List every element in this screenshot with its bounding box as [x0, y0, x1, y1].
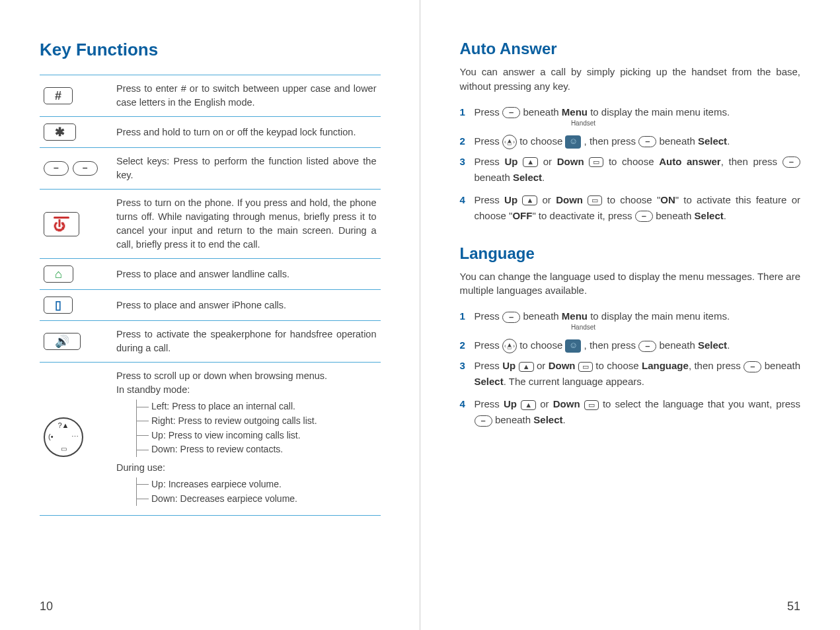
tree-item: Right: Press to review outgoing calls li… [137, 414, 377, 429]
power-key-icon: ⏻ [44, 212, 79, 236]
up-key-icon: ▲ [519, 362, 534, 372]
key-functions-table: # Press to enter # or to switch between … [40, 75, 381, 516]
hash-key-icon: # [44, 87, 73, 104]
down-key-icon: ▭ [589, 157, 603, 167]
step-item: Press ▲▭‹› to choose , then press – bene… [460, 337, 801, 353]
step-item: Press ▲▭‹› to choose , then press – bene… [460, 133, 801, 149]
speaker-key-icon: 🔊 [44, 333, 81, 350]
down-key-icon: ▭ [578, 362, 593, 372]
step-item: Press Up ▲ or Down ▭ to choose Auto answ… [460, 154, 801, 186]
softkey-icon: – [635, 211, 653, 222]
softkey-icon: – [475, 415, 492, 427]
table-row: ▯ Press to place and answer iPhone calls… [40, 290, 381, 321]
step-item: Press Up ▲ or Down ▭ to choose "ON" to a… [460, 192, 801, 224]
handset-caption: Handset [567, 322, 600, 333]
iphone-key-icon: ▯ [44, 297, 73, 314]
auto-answer-steps: Press – beneath Menu to display the main… [460, 104, 801, 224]
table-row: ?▲ ▭ (• ⋯ Press to scroll up or down whe… [40, 363, 381, 516]
page-number-left: 10 [40, 600, 53, 613]
key-desc: Press to activate the speakerphone for h… [112, 321, 381, 363]
key-desc: Press to place and answer iPhone calls. [112, 290, 381, 321]
handset-caption: Handset [567, 118, 600, 129]
nav-key-icon: ▲▭‹› [502, 339, 517, 353]
down-key-icon: ▭ [584, 400, 599, 410]
use-mode-label: During use: [116, 461, 377, 475]
auto-answer-intro: You can answer a call by simply picking … [460, 65, 801, 94]
language-intro: You can change the language used to disp… [460, 269, 801, 298]
step-item: Press Up ▲ or Down ▭ to select the langu… [460, 396, 801, 428]
landline-key-icon: ⌂ [44, 265, 73, 283]
up-key-icon: ▲ [522, 195, 537, 205]
left-page: Key Functions # Press to enter # or to s… [0, 0, 420, 630]
key-functions-title: Key Functions [40, 40, 381, 60]
softkey-icon: – [502, 107, 520, 118]
tree-item: Left: Press to place an internal call. [137, 400, 377, 414]
nav-key-icon: ?▲ ▭ (• ⋯ [44, 417, 83, 457]
key-desc: Press to enter # or to switch between up… [112, 75, 381, 117]
handset-menu-icon [565, 135, 581, 149]
star-key-icon: ✱ [44, 123, 76, 141]
up-key-icon: ▲ [521, 400, 536, 410]
softkey-icon: – [638, 136, 656, 147]
table-row: ⏻ Press to turn on the phone. If you pre… [40, 190, 381, 259]
tree-item: Down: Press to review contacts. [137, 442, 377, 457]
key-desc: Press to place and answer landline calls… [112, 259, 381, 290]
use-tree: Up: Increases earpiece volume. Down: Dec… [136, 477, 377, 506]
handset-menu-icon [565, 339, 581, 353]
auto-answer-title: Auto Answer [460, 40, 801, 58]
step-item: Press – beneath Menu to display the main… [460, 308, 801, 333]
tree-item: Up: Increases earpiece volume. [137, 477, 377, 492]
key-desc: Press and hold to turn on or off the key… [112, 117, 381, 148]
nav-desc: Press to scroll up or down when browsing… [116, 369, 377, 383]
language-title: Language [460, 244, 801, 263]
key-desc: Select keys: Press to perform the functi… [112, 148, 381, 190]
tree-item: Up: Press to view incoming calls list. [137, 429, 377, 443]
page-number-right: 51 [787, 600, 800, 613]
table-row: ✱ Press and hold to turn on or off the k… [40, 117, 381, 148]
table-row: ⌂ Press to place and answer landline cal… [40, 259, 381, 290]
language-steps: Press – beneath Menu to display the main… [460, 308, 801, 428]
softkeys-icon: –– [44, 161, 98, 175]
up-key-icon: ▲ [523, 157, 538, 167]
softkey-icon: – [638, 341, 656, 352]
standby-tree: Left: Press to place an internal call. R… [136, 400, 377, 457]
nav-key-icon: ▲▭‹› [502, 135, 517, 149]
tree-item: Down: Decreases earpiece volume. [137, 492, 377, 507]
step-item: Press Up ▲ or Down ▭ to choose Language,… [460, 358, 801, 390]
softkey-icon: – [744, 361, 761, 372]
right-page: Auto Answer You can answer a call by sim… [420, 0, 841, 630]
step-item: Press – beneath Menu to display the main… [460, 104, 801, 129]
softkey-icon: – [783, 157, 800, 168]
table-row: 🔊 Press to activate the speakerphone for… [40, 321, 381, 363]
table-row: –– Select keys: Press to perform the fun… [40, 148, 381, 190]
softkey-icon: – [502, 312, 520, 323]
nav-mode-label: In standby mode: [116, 383, 377, 397]
key-desc: Press to turn on the phone. If you press… [112, 190, 381, 259]
table-row: # Press to enter # or to switch between … [40, 75, 381, 117]
down-key-icon: ▭ [588, 195, 602, 205]
